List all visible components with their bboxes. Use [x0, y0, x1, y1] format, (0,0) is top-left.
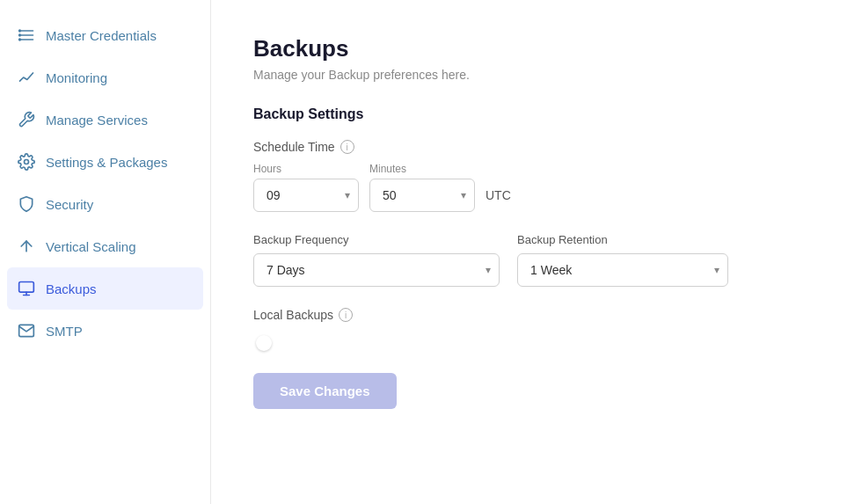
retention-select-wrapper: 1 Day3 Days1 Week2 Weeks1 Month ▾ — [517, 253, 728, 287]
sidebar-item-master-credentials[interactable]: Master Credentials — [0, 14, 210, 56]
scaling-icon — [18, 237, 35, 255]
sidebar-item-label: SMTP — [46, 324, 83, 339]
sidebar-item-label: Master Credentials — [46, 28, 157, 43]
minutes-group: Minutes 001020304050 ▾ — [369, 163, 475, 212]
schedule-time-section: Schedule Time i — [253, 140, 805, 154]
sidebar-item-label: Backups — [46, 281, 97, 296]
settings-icon — [18, 153, 35, 171]
sidebar: Master Credentials Monitoring Manage Ser… — [0, 0, 211, 504]
schedule-time-label: Schedule Time — [253, 140, 335, 154]
sidebar-item-monitoring[interactable]: Monitoring — [0, 56, 210, 99]
local-backups-info-icon[interactable]: i — [339, 308, 353, 322]
backup-retention-select[interactable]: 1 Day3 Days1 Week2 Weeks1 Month — [517, 253, 728, 287]
save-changes-button[interactable]: Save Changes — [253, 373, 397, 409]
sidebar-item-smtp[interactable]: SMTP — [0, 310, 210, 352]
section-title: Backup Settings — [253, 106, 805, 122]
minutes-label: Minutes — [369, 163, 475, 175]
toggle-thumb — [256, 335, 272, 351]
minutes-select[interactable]: 001020304050 — [369, 179, 475, 212]
page-subtitle: Manage your Backup preferences here. — [253, 68, 805, 82]
sidebar-item-manage-services[interactable]: Manage Services — [0, 99, 210, 141]
schedule-time-info-icon[interactable]: i — [340, 140, 354, 154]
sidebar-item-label: Security — [46, 197, 93, 212]
frequency-select-wrapper: 1 Day3 Days7 Days14 Days30 Days ▾ — [253, 253, 500, 287]
sidebar-item-label: Monitoring — [46, 70, 107, 85]
main-content: Backups Manage your Backup preferences h… — [211, 0, 847, 504]
backup-retention-group: Backup Retention 1 Day3 Days1 Week2 Week… — [517, 233, 728, 287]
backup-retention-label: Backup Retention — [517, 233, 728, 246]
hours-select-wrapper: 0001020304050607080910111213141516171819… — [253, 179, 359, 212]
svg-point-4 — [19, 34, 21, 36]
wrench-icon — [18, 111, 35, 128]
utc-label: UTC — [486, 188, 511, 202]
sidebar-item-backups[interactable]: Backups — [7, 267, 203, 310]
hours-group: Hours 0001020304050607080910111213141516… — [253, 163, 359, 212]
svg-point-5 — [19, 39, 21, 40]
monitoring-icon — [18, 69, 35, 86]
sidebar-item-vertical-scaling[interactable]: Vertical Scaling — [0, 225, 210, 267]
shield-icon — [18, 195, 35, 213]
time-row: Hours 0001020304050607080910111213141516… — [253, 163, 805, 212]
sidebar-item-label: Manage Services — [46, 113, 148, 128]
svg-point-6 — [25, 160, 29, 164]
hours-select[interactable]: 0001020304050607080910111213141516171819… — [253, 179, 359, 212]
frequency-retention-row: Backup Frequency 1 Day3 Days7 Days14 Day… — [253, 233, 805, 287]
sidebar-item-settings-packages[interactable]: Settings & Packages — [0, 141, 210, 183]
svg-point-3 — [19, 30, 21, 32]
local-backups-toggle-wrapper — [253, 332, 805, 348]
local-backups-label: Local Backups — [253, 308, 333, 322]
local-backups-section: Local Backups i — [253, 308, 805, 322]
sidebar-item-label: Settings & Packages — [46, 155, 167, 170]
sidebar-item-security[interactable]: Security — [0, 183, 210, 225]
backup-frequency-label: Backup Frequency — [253, 233, 500, 246]
list-icon — [18, 26, 35, 44]
backup-frequency-select[interactable]: 1 Day3 Days7 Days14 Days30 Days — [253, 253, 500, 287]
hours-label: Hours — [253, 163, 359, 175]
backups-icon — [18, 280, 35, 297]
page-title: Backups — [253, 35, 805, 62]
backup-frequency-group: Backup Frequency 1 Day3 Days7 Days14 Day… — [253, 233, 500, 287]
sidebar-item-label: Vertical Scaling — [46, 239, 136, 254]
smtp-icon — [18, 322, 35, 340]
minutes-select-wrapper: 001020304050 ▾ — [369, 179, 475, 212]
svg-rect-8 — [19, 282, 34, 293]
